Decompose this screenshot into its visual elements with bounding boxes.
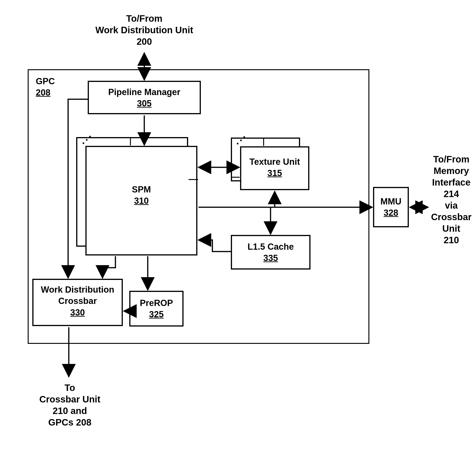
arrow-l15-to-spm bbox=[198, 240, 231, 252]
arrow-pipeline-to-wdc bbox=[68, 99, 88, 278]
diagram-canvas: GPC 208 Pipeline Manager 305 SPM 310 ...… bbox=[0, 0, 476, 450]
arrow-spm-to-wdc bbox=[102, 256, 115, 278]
arrows-layer bbox=[0, 0, 476, 450]
